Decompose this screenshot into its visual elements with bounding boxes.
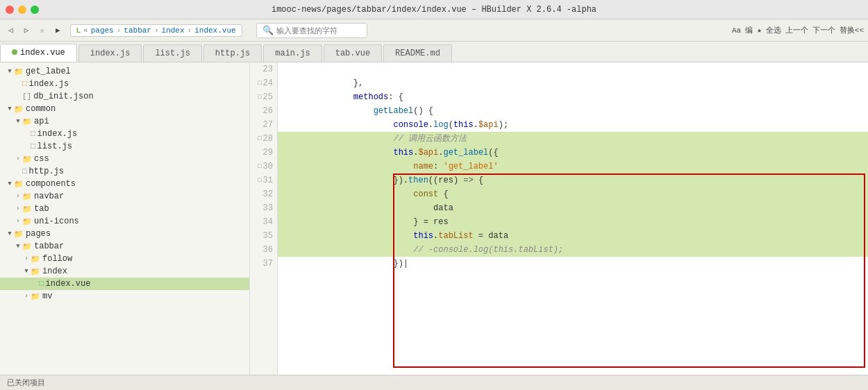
sidebar-item-dbinit[interactable]: [] db_init.json [0,90,249,103]
sidebar-label: db_init.json [33,92,93,101]
chevron-right-icon: › [22,255,31,262]
sidebar-item-follow[interactable]: › 📁 follow [0,253,249,265]
folder-icon: 📁 [31,255,40,264]
minimize-btn[interactable] [18,6,26,14]
tab-readme-md[interactable]: README.md [383,44,452,62]
breadcrumb-file[interactable]: index.vue [194,26,235,35]
close-btn[interactable] [6,6,14,14]
code-editor[interactable]: 23 □24 □25 26 27 □28 29 □30 □31 32 33 34… [250,62,868,375]
window-controls [6,6,39,14]
btn-replace[interactable]: 替换<< [840,25,864,35]
chevron-down-icon: ▼ [22,268,31,275]
run-btn[interactable]: ▶ [51,24,65,36]
sidebar-item-httpjs[interactable]: □ http.js [0,165,249,178]
sidebar: ▼ 📁 get_label □ index.js [] db_init.json… [0,62,250,375]
tab-http-js[interactable]: http.js [203,44,262,62]
folder-icon: 📁 [14,180,24,189]
sidebar-item-api-indexjs[interactable]: □ index.js [0,128,249,140]
sidebar-item-css[interactable]: › 📁 css [0,153,249,165]
sidebar-item-navbar[interactable]: › 📁 navbar [0,190,249,203]
sidebar-item-api-listjs[interactable]: □ list.js [0,140,249,153]
sidebar-item-tab[interactable]: › 📁 tab [0,203,249,215]
btn-edit[interactable]: 编 [745,25,753,35]
btn-select-all[interactable]: 全选 [766,25,781,35]
folder-icon: 📁 [22,192,32,201]
file-js-icon: □ [22,167,27,176]
tab-list-js[interactable]: list.js [143,44,201,62]
sidebar-item-common[interactable]: ▼ 📁 common [0,103,249,115]
breadcrumb-arr1: › [117,26,122,35]
tab-main-js[interactable]: main.js [263,44,322,62]
sidebar-item-get-label[interactable]: ▼ 📁 get_label [0,65,249,78]
line-num-31: □31 [250,173,277,187]
tab-index-vue[interactable]: index.vue [0,44,77,62]
line-num-24: □24 [250,76,277,90]
chevron-down-icon: ▼ [6,230,14,237]
folder-icon: 📁 [22,217,32,226]
breadcrumb[interactable]: L « pages › tabbar › index › index.vue [70,24,242,37]
line-num-37: 37 [250,257,277,271]
maximize-btn[interactable] [31,6,39,14]
sidebar-item-get-label-indexjs[interactable]: □ index.js [0,78,249,90]
folder-icon: 📁 [31,267,40,276]
chevron-down-icon: ▼ [14,243,22,250]
chevron-right-icon: › [14,193,22,200]
folder-icon: 📁 [14,230,24,239]
sidebar-item-uni-icons[interactable]: › 📁 uni-icons [0,215,249,228]
back-btn[interactable]: ◁ [4,24,17,36]
btn-next[interactable]: 下一个 [812,25,835,35]
folder-icon: 📁 [14,105,24,114]
btn-aa[interactable]: Aa [732,26,741,35]
code-content: 23 □24 □25 26 27 □28 29 □30 □31 32 33 34… [250,62,868,375]
sidebar-label-mv: mv [42,291,52,301]
folder-icon: 📁 [31,292,40,301]
sidebar-label: index.js [29,79,69,89]
line-num-29: 29 [250,146,277,160]
tab-tab-vue[interactable]: tab.vue [324,44,382,62]
code-lines: }, methods: { getLabel() { console.log(t… [278,62,868,375]
sidebar-item-components[interactable]: ▼ 📁 components [0,178,249,190]
line-num-26: 26 [250,104,277,118]
folder-icon: 📁 [22,117,32,126]
search-input[interactable] [276,26,360,35]
tab-index-js[interactable]: index.js [78,44,142,62]
sidebar-label-follow: follow [42,254,72,264]
sidebar-label-common: common [26,104,56,114]
chevron-right-icon: › [14,155,22,162]
window-title: imooc-news/pages/tabbar/index/index.vue … [272,5,596,15]
line-num-32: 32 [250,187,277,201]
sidebar-item-tabbar[interactable]: ▼ 📁 tabbar [0,240,249,253]
folder-icon: 📁 [22,155,32,164]
line-num-34: 34 [250,215,277,229]
main-layout: ▼ 📁 get_label □ index.js [] db_init.json… [0,62,868,375]
sidebar-item-api[interactable]: ▼ 📁 api [0,115,249,128]
sidebar-item-pages[interactable]: ▼ 📁 pages [0,228,249,240]
sidebar-item-index-folder[interactable]: ▼ 📁 index [0,265,249,278]
btn-star-right[interactable]: ★ [757,26,762,35]
breadcrumb-tabbar[interactable]: tabbar [124,26,151,35]
sidebar-item-mv[interactable]: › 📁 mv [0,290,249,303]
file-vue-icon: □ [39,280,44,288]
breadcrumb-index[interactable]: index [162,26,185,35]
sidebar-item-index-vue[interactable]: □ index.vue [0,278,249,290]
breadcrumb-sep0: « [83,26,88,35]
forward-btn[interactable]: ▷ [20,24,33,36]
sidebar-label-get-label: get_label [26,67,71,76]
star-btn[interactable]: ☆ [35,24,49,36]
sidebar-label-index-vue: index.vue [46,279,91,289]
sidebar-label-pages: pages [26,229,51,239]
tab-active-indicator [12,49,17,55]
sidebar-label: list.js [37,142,72,151]
line-num-35: 35 [250,229,277,243]
breadcrumb-icon: L [76,26,81,35]
btn-prev[interactable]: 上一个 [785,25,808,35]
line-numbers: 23 □24 □25 26 27 □28 29 □30 □31 32 33 34… [250,62,278,375]
code-line-24: methods: { [278,76,868,90]
title-bar: imooc-news/pages/tabbar/index/index.vue … [0,0,868,19]
sidebar-label-uni-icons: uni-icons [34,217,79,226]
line-num-27: 27 [250,118,277,132]
code-line-23: }, [278,62,868,76]
chevron-down-icon: ▼ [6,68,14,75]
breadcrumb-pages[interactable]: pages [91,26,114,35]
chevron-right-icon: › [22,293,31,300]
